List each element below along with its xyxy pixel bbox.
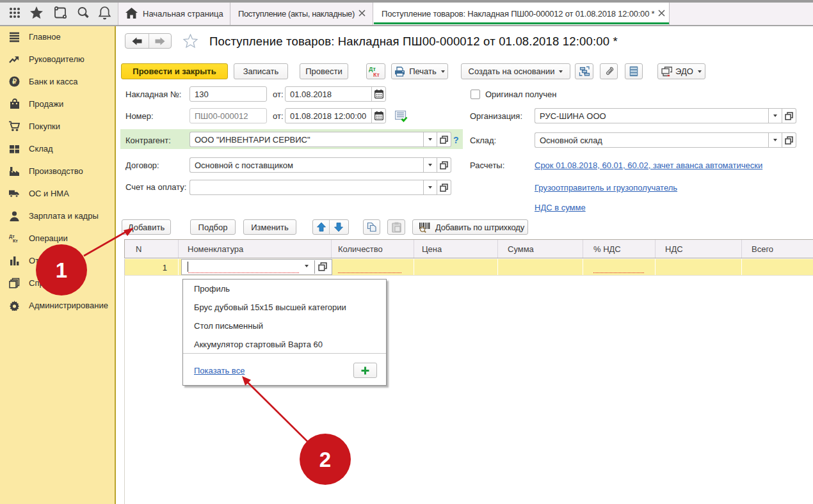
svg-text:1: 1 [56,258,67,282]
svg-text:2: 2 [319,448,331,471]
